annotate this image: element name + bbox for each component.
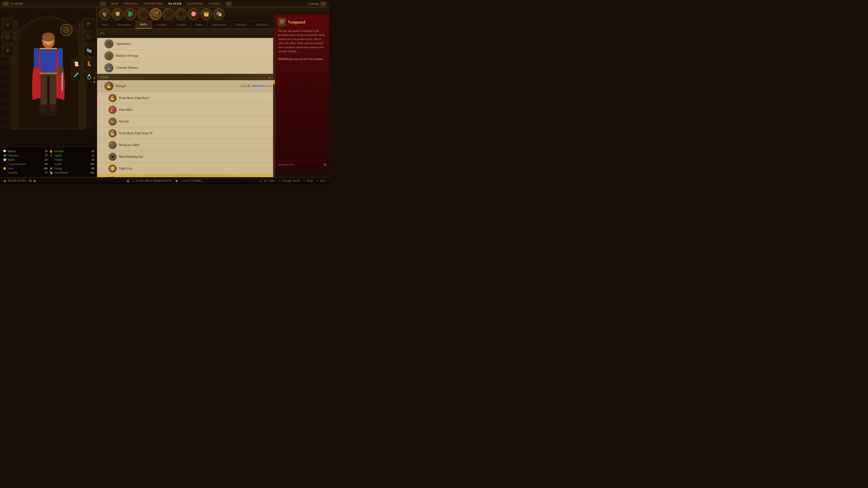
misc-slot-2[interactable]: 🧪 [71,70,81,79]
strength-icon: 💪 [49,150,53,153]
skill-name: Train Hard, Fight Easy! II [119,131,272,135]
health-icon: ❤ [49,162,53,166]
skill-icon: 💪 [108,94,117,102]
tab-icon-9[interactable]: 👑 [200,8,212,20]
tab-sidekicks[interactable]: Sidekicks [252,21,273,29]
charisma-icon: ✨ [3,154,6,157]
perks-label: 112/277 PERKS [182,179,202,183]
boots-slot[interactable]: 👢 [83,58,95,70]
skill-name: Tight Grip [119,167,272,170]
weapon-slot[interactable]: ⚔ [2,19,13,30]
svg-point-15 [42,33,55,41]
armor-slot[interactable]: 🛡 [83,32,95,43]
skill-icon: 🤼 [108,118,117,126]
nav-player[interactable]: PLAYER [168,2,182,5]
strength-bar [252,86,272,87]
skill-radzigs-heritage[interactable]: 🛡 Radzig's Heritage [97,50,275,62]
helmet-slot[interactable]: ⛑ [83,19,95,30]
speech-label: Speech [8,150,39,153]
health-label: Health [54,162,86,166]
right-panel: 🛡 Vanguard The one who stands at the hea… [275,14,329,170]
nav-crafting[interactable]: CRAFTING [187,2,204,5]
tab-icon-1[interactable]: 🦅 [99,8,111,20]
skill-train-hard[interactable]: 💪 Train Hard, Fight Easy! [97,92,275,104]
tab-icon-2[interactable]: 🦁 [112,8,123,20]
vitality-label: Vitality [54,158,86,162]
skills-list[interactable]: 🛡 Opportunist 🛡 Radzig's Heritage 👟 Crim… [97,38,275,177]
strength-icon: 💪 [104,82,114,91]
tab-icon-3[interactable]: 🐉 [124,8,136,20]
stat-vitality: ❤ Vitality 18 [49,158,94,162]
bottom-bar: ◆ MAIN LEVEL 18 ◆ ◆ 1 AVAILABLE PERKPOIN… [0,177,329,184]
skill-pack-mule[interactable]: 🎒 Pack Mule [97,104,275,116]
tab-icon-10[interactable]: 🎭 [213,8,225,20]
tab-icon-4[interactable]: ⚔ [137,8,149,20]
strength-minus[interactable]: - [237,84,239,89]
stat-speech: 💬 Speech 19 [3,149,48,153]
panel-title-row: 🛡 Vanguard [278,18,327,26]
tab-buffs[interactable]: Buffs [191,21,207,29]
tab-icon-8[interactable]: 🎯 [188,8,199,20]
stats-column-right: 💪 Strength 19 🏃 Agility 21 ❤ Vitality 18… [49,149,94,175]
skill-name: Criminal Element [116,66,272,70]
tab-stats[interactable]: Stats [97,21,113,29]
tab-icon-7[interactable]: ⚙ [175,8,187,20]
section-label: Stats [101,75,109,79]
skill-criminal-element[interactable]: 👟 Criminal Element [97,62,275,74]
help-label[interactable]: Help [307,179,313,183]
nav-inventory[interactable]: INVENTORY [144,2,163,5]
skill-strong-bull[interactable]: 🐂 Strong as a Bull [97,139,275,151]
conspicuousness-label: Conspicuousness [8,162,39,166]
skill-strength-header[interactable]: ▼ 💪 Strength - 15 (+4) [97,80,275,92]
player-label: Player [10,2,23,5]
sort-button[interactable]: A Z [100,32,104,35]
tab-combat[interactable]: Combat [152,21,171,29]
skill-name: Pack Mule [119,108,272,111]
nav-center: L2 MAP JOURNAL INVENTORY PLAYER CRAFTING… [100,2,232,6]
tabs-label: Tabs [269,179,275,183]
bottom-center: ◆ 1 AVAILABLE PERKPOINTS ◆ 112/277 PERKS [127,179,202,183]
tab-statistics[interactable]: Statistics [231,21,252,29]
perk-diamond-right: ◆ [176,179,178,183]
nav-codex[interactable]: CODEX [209,2,220,5]
sort-label-z: Z [103,32,104,35]
tab-skills[interactable]: Skills [135,21,152,29]
strength-value: 15 (+4) [241,84,250,88]
skill-opportunist[interactable]: 🛡 Opportunist [97,38,275,50]
bottom-right: L1 R1 Tabs △ Change outfit □ Help ○ Exit [260,179,326,183]
expand-arrow: ▼ [100,85,104,88]
strength-label: Strength [116,84,237,88]
panel-title: Vanguard [288,20,305,25]
change-outfit-label[interactable]: Change outfit [282,179,300,183]
skill-name: Wrestler [119,120,272,123]
energy-label: Energy [54,167,86,170]
skill-wrestler[interactable]: 🤼 Wrestler [97,116,275,127]
gloves-slot[interactable]: 🧤 [83,45,95,57]
scroll-arrow-1[interactable]: ▼ [93,76,96,80]
secondary-weapon-slot[interactable]: 🗡 [2,45,13,57]
tab-icon-6[interactable]: 🛡 [162,8,174,20]
scroll-arrow-2[interactable]: ▼ [93,80,96,84]
l2-nav-badge: L2 [100,2,106,6]
tab-combos[interactable]: Combos [171,21,191,29]
misc-slot-1[interactable]: 📜 [71,59,81,69]
main-content: 🦅 🦁 🐉 ⚔ 🏹 🛡 ⚙ 🎯 👑 🎭 Stats Secondary Skil… [97,7,329,177]
skill-vanguard[interactable]: 🛡 Vanguard [97,174,275,177]
tab-icon-5[interactable]: 🏹 [150,8,161,20]
skill-tight-grip[interactable]: ✊ Tight Grip [97,163,275,174]
left-panel: ⛑ 🛡 🧤 👢 💍 ⚔ 🛡 🗡 [0,7,97,184]
tab-secondary[interactable]: Secondary [113,21,135,29]
nav-journal[interactable]: JOURNAL [124,2,138,5]
skill-hard-working[interactable]: ⚒ Hard-Working Lad [97,151,275,163]
section-header-stats: Stats ▲ [97,74,275,80]
shield-slot[interactable]: 🛡 [2,32,13,43]
bottom-diamond-left: ◆ [4,179,6,183]
crafting-label: Crafting [309,2,318,5]
skill-train-hard-2[interactable]: 💪 Train Hard, Fight Easy! II [97,127,275,139]
skill-icon: ✊ [108,164,117,173]
tab-reputation[interactable]: Reputation [207,21,230,29]
exit-label[interactable]: Exit [320,179,326,183]
nourishment-icon: 🍖 [49,171,53,174]
nav-map[interactable]: MAP [111,2,118,5]
scroll-arrows: ▼ ▼ [93,76,96,84]
